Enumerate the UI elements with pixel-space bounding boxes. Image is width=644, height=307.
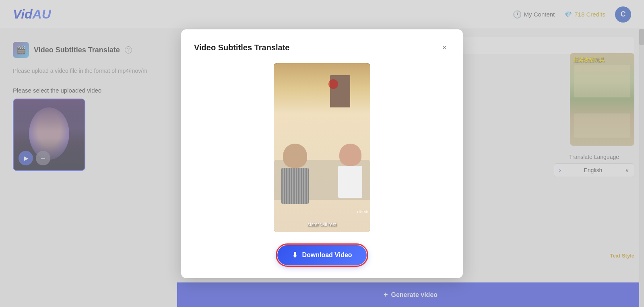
modal-video-bg: TikTok sister will rest [274, 63, 370, 232]
video-subtitle: sister will rest [274, 222, 370, 227]
tiktok-watermark: TikTok [357, 210, 368, 214]
modal-title: Video Subtitles Translate [194, 43, 289, 52]
modal-video-preview: TikTok sister will rest [274, 63, 370, 232]
close-icon: × [442, 43, 447, 52]
modal-overlay: Video Subtitles Translate × [0, 0, 644, 307]
modal-dialog: Video Subtitles Translate × [181, 29, 463, 278]
modal-header: Video Subtitles Translate × [194, 42, 450, 54]
download-btn-highlight-border [276, 243, 368, 267]
modal-close-button[interactable]: × [439, 42, 450, 54]
download-btn-wrapper: ⬇ Download Video [277, 245, 366, 265]
background-page: VidAU 🕐 My Content 💎 718 Credits C 🎬 [0, 0, 644, 307]
